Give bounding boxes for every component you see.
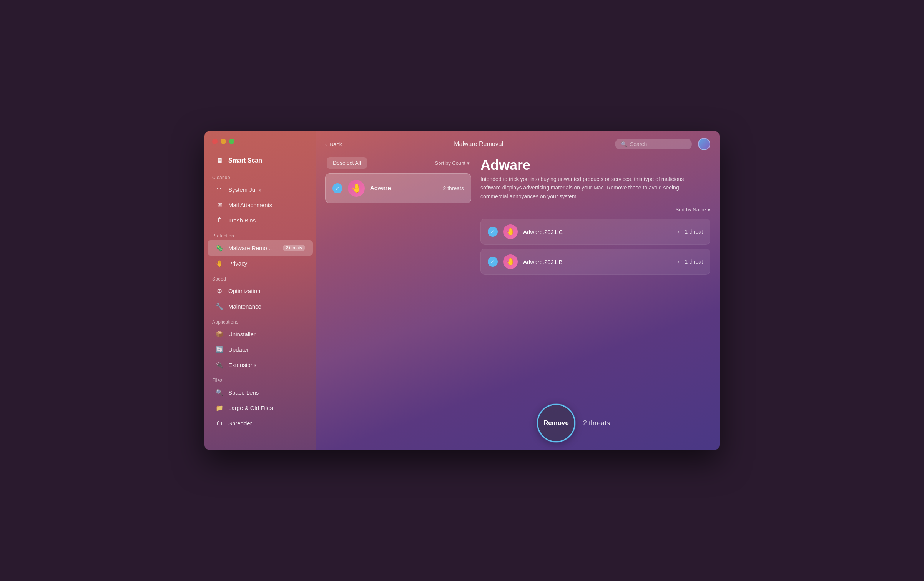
sidebar-item-label: Maintenance [228, 303, 261, 310]
section-protection: Protection [204, 228, 316, 240]
adware-icon: 🤚 [348, 180, 365, 197]
sidebar-item-label: Extensions [228, 362, 256, 368]
check-icon: ✓ [332, 183, 342, 193]
maximize-button[interactable] [229, 139, 234, 144]
shredder-icon: 🗂 [215, 419, 224, 427]
main-content: ‹ Back Malware Removal 🔍 Deselect All So… [316, 131, 720, 450]
threat-list-item-adware-c[interactable]: ✓ 🤚 Adware.2021.C › 1 threat [480, 219, 710, 245]
sidebar-item-label: Uninstaller [228, 331, 256, 337]
search-icon: 🔍 [620, 141, 627, 147]
sidebar-item-maintenance[interactable]: 🔧 Maintenance [208, 299, 313, 314]
space-lens-icon: 🔍 [215, 388, 224, 397]
back-label: Back [329, 141, 342, 148]
threat-list-item-name: Adware.2021.C [523, 229, 672, 235]
adware-b-icon: 🤚 [503, 254, 518, 269]
sidebar-item-large-old-files[interactable]: 📁 Large & Old Files [208, 400, 313, 415]
threat-name: Adware [370, 185, 438, 192]
threat-count: 2 threats [443, 185, 464, 191]
traffic-lights [204, 139, 316, 152]
threat-list: ✓ 🤚 Adware.2021.C › 1 threat ✓ 🤚 Adware.… [480, 219, 710, 275]
chevron-right-icon: › [677, 228, 679, 235]
sidebar-item-label: Malware Remo... [228, 245, 272, 251]
threat-list-item-adware-b[interactable]: ✓ 🤚 Adware.2021.B › 1 threat [480, 249, 710, 275]
sidebar-item-system-junk[interactable]: 🗃 System Junk [208, 182, 313, 197]
sort-name-arrow: ▾ [708, 207, 710, 212]
section-cleanup: Cleanup [204, 169, 316, 182]
adware-title: Adware [480, 157, 710, 173]
smart-scan-label: Smart Scan [228, 157, 262, 164]
system-junk-icon: 🗃 [215, 185, 224, 194]
sidebar-item-updater[interactable]: 🔄 Updater [208, 342, 313, 357]
smart-scan-icon: 🖥 [215, 156, 224, 165]
top-bar: ‹ Back Malware Removal 🔍 [316, 131, 720, 157]
mail-icon: ✉ [215, 201, 224, 209]
app-window: 🖥 Smart Scan Cleanup 🗃 System Junk ✉ Mai… [204, 131, 720, 450]
page-title: Malware Removal [348, 141, 609, 148]
updater-icon: 🔄 [215, 345, 224, 354]
check-icon: ✓ [488, 227, 498, 237]
adware-description: Intended to trick you into buying unwant… [480, 175, 696, 201]
close-button[interactable] [212, 139, 218, 144]
threat-card-adware[interactable]: ✓ 🤚 Adware 2 threats [325, 173, 471, 203]
avatar[interactable] [698, 138, 710, 150]
sidebar-item-smart-scan[interactable]: 🖥 Smart Scan [208, 152, 313, 169]
optimization-icon: ⚙ [215, 287, 224, 295]
sort-by-count[interactable]: Sort by Count ▾ [435, 160, 470, 166]
back-chevron-icon: ‹ [325, 141, 327, 148]
sidebar-item-privacy[interactable]: 🤚 Privacy [208, 256, 313, 271]
sidebar-item-label: Shredder [228, 420, 252, 427]
sidebar-item-label: Space Lens [228, 389, 259, 396]
sidebar-item-malware-removal[interactable]: 🦠 Malware Remo... 2 threats [208, 240, 313, 256]
sort-bar: Sort by Name ▾ [480, 207, 710, 212]
threat-list-item-count: 1 threat [685, 259, 703, 265]
extensions-icon: 🔌 [215, 360, 224, 369]
adware-header: Adware Intended to trick you into buying… [480, 157, 710, 201]
sidebar-item-mail-attachments[interactable]: ✉ Mail Attachments [208, 197, 313, 212]
sort-name-label: Sort by Name [676, 207, 706, 212]
deselect-all-button[interactable]: Deselect All [327, 157, 367, 169]
sidebar-item-space-lens[interactable]: 🔍 Space Lens [208, 385, 313, 400]
sidebar-item-optimization[interactable]: ⚙ Optimization [208, 283, 313, 299]
sort-count-label: Sort by Count [435, 160, 466, 166]
back-button[interactable]: ‹ Back [325, 141, 342, 148]
bottom-area: Remove 2 threats [427, 396, 720, 450]
sidebar-item-label: Updater [228, 346, 249, 353]
malware-icon: 🦠 [215, 244, 224, 252]
sidebar-item-label: Mail Attachments [228, 202, 272, 208]
sidebar-item-uninstaller[interactable]: 📦 Uninstaller [208, 326, 313, 342]
sidebar-item-label: Optimization [228, 288, 260, 294]
chevron-right-icon: › [677, 258, 679, 265]
malware-badge: 2 threats [283, 245, 305, 251]
sidebar-item-label: Privacy [228, 260, 247, 267]
sidebar: 🖥 Smart Scan Cleanup 🗃 System Junk ✉ Mai… [204, 131, 316, 450]
search-input[interactable] [630, 141, 684, 147]
remove-threats-label: 2 threats [583, 419, 610, 427]
sidebar-item-label: Trash Bins [228, 217, 256, 224]
remove-button[interactable]: Remove [537, 404, 575, 442]
panel-controls: Deselect All Sort by Count ▾ [325, 157, 471, 169]
sidebar-item-label: System Junk [228, 186, 261, 193]
check-icon: ✓ [488, 257, 498, 267]
uninstaller-icon: 📦 [215, 330, 224, 338]
sidebar-item-trash-bins[interactable]: 🗑 Trash Bins [208, 212, 313, 228]
section-files: Files [204, 372, 316, 385]
adware-c-icon: 🤚 [503, 224, 518, 239]
trash-icon: 🗑 [215, 216, 224, 224]
section-applications: Applications [204, 314, 316, 326]
sort-by-name[interactable]: Sort by Name ▾ [676, 207, 710, 212]
search-bar[interactable]: 🔍 [615, 139, 692, 149]
threat-list-item-count: 1 threat [685, 229, 703, 235]
sidebar-item-shredder[interactable]: 🗂 Shredder [208, 415, 313, 431]
section-speed: Speed [204, 271, 316, 283]
sidebar-item-extensions[interactable]: 🔌 Extensions [208, 357, 313, 372]
minimize-button[interactable] [221, 139, 226, 144]
maintenance-icon: 🔧 [215, 302, 224, 310]
privacy-icon: 🤚 [215, 259, 224, 267]
threat-list-item-name: Adware.2021.B [523, 259, 672, 265]
sort-count-arrow: ▾ [467, 160, 470, 166]
large-files-icon: 📁 [215, 403, 224, 412]
sidebar-item-label: Large & Old Files [228, 405, 273, 411]
